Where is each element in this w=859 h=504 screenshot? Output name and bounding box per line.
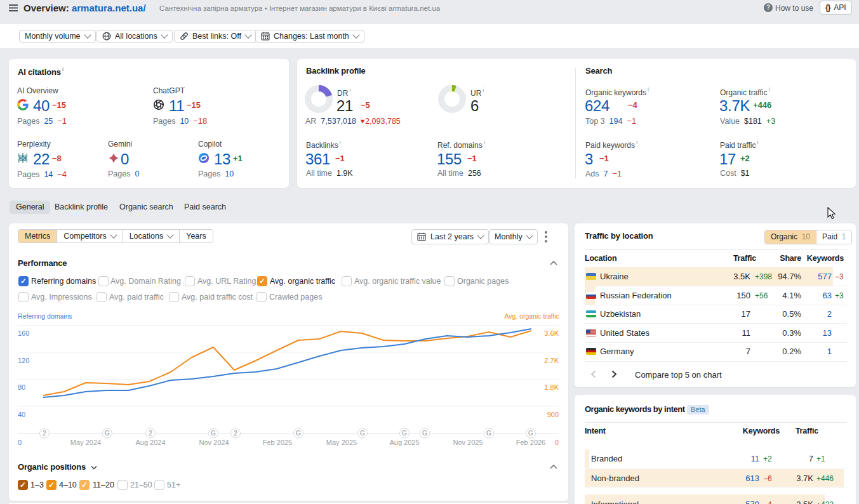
svg-text:160: 160	[18, 329, 29, 337]
svg-text:Nov 2025: Nov 2025	[453, 439, 483, 446]
svg-text:G: G	[105, 430, 110, 437]
svg-text:Nov 2024: Nov 2024	[199, 439, 229, 446]
svg-text:2: 2	[149, 430, 152, 437]
svg-text:2: 2	[234, 430, 237, 437]
svg-text:May 2025: May 2025	[326, 439, 357, 446]
svg-text:Aug 2024: Aug 2024	[135, 439, 165, 446]
svg-text:2.7K: 2.7K	[544, 357, 559, 364]
svg-text:G: G	[422, 430, 427, 437]
svg-text:G: G	[211, 430, 216, 437]
svg-text:G: G	[486, 430, 491, 437]
svg-text:900: 900	[547, 411, 559, 418]
svg-text:0: 0	[555, 439, 559, 446]
svg-text:G: G	[360, 430, 365, 437]
svg-text:40: 40	[18, 411, 25, 418]
svg-text:Feb 2026: Feb 2026	[516, 439, 545, 446]
svg-text:Aug 2025: Aug 2025	[389, 439, 419, 446]
svg-text:3.6K: 3.6K	[544, 329, 559, 337]
svg-text:1.8K: 1.8K	[544, 383, 559, 391]
svg-text:0: 0	[18, 439, 22, 446]
svg-text:G: G	[296, 430, 301, 437]
svg-text:Feb 2025: Feb 2025	[263, 439, 292, 446]
svg-text:May 2024: May 2024	[70, 439, 101, 446]
svg-text:2: 2	[43, 430, 46, 437]
svg-text:80: 80	[18, 383, 25, 391]
svg-text:G: G	[402, 430, 407, 437]
svg-text:G: G	[528, 430, 533, 437]
svg-text:120: 120	[18, 357, 29, 364]
